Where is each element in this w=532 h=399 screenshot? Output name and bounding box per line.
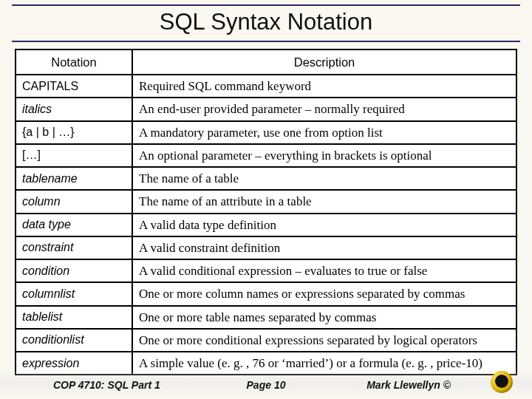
description-cell: A valid conditional expression – evaluat… — [132, 259, 516, 282]
notation-cell: expression — [16, 352, 132, 375]
notation-cell: column — [16, 190, 132, 213]
table-row: conditionlistOne or more conditional exp… — [16, 329, 516, 352]
table-row: tablenameThe name of a table — [16, 167, 516, 190]
notation-cell: tablename — [16, 167, 132, 190]
description-cell: The name of an attribute in a table — [132, 190, 516, 213]
table-row: columnlistOne or more column names or ex… — [16, 282, 516, 305]
notation-table: Notation Description CAPITALSRequired SQ… — [15, 49, 517, 375]
description-cell: An optional parameter – everything in br… — [132, 144, 516, 167]
description-cell: A valid data type definition — [132, 214, 516, 236]
footer-course: COP 4710: SQL Part 1 — [53, 379, 160, 391]
table-row: conditionA valid conditional expression … — [16, 259, 516, 282]
notation-cell: CAPITALS — [16, 75, 132, 98]
logo-icon — [491, 371, 513, 393]
description-cell: A valid constraint definition — [132, 236, 516, 259]
notation-cell: conditionlist — [16, 329, 132, 352]
notation-cell: {a | b | …} — [16, 121, 132, 144]
description-cell: One or more table names separated by com… — [132, 306, 516, 329]
notation-cell: tablelist — [16, 306, 132, 329]
description-cell: One or more column names or expressions … — [132, 282, 516, 305]
notation-cell: data type — [16, 214, 132, 236]
table-row: tablelistOne or more table names separat… — [16, 306, 516, 329]
table-row: {a | b | …}A mandatory parameter, use on… — [16, 121, 516, 144]
notation-cell: italics — [16, 98, 132, 120]
notation-cell: columnlist — [16, 282, 132, 305]
footer-page: Page 10 — [247, 379, 286, 391]
header-description: Description — [132, 50, 516, 75]
table-row: constraintA valid constraint definition — [16, 236, 516, 259]
slide-title: SQL Syntax Notation — [0, 0, 532, 40]
footer-author: Mark Llewellyn © — [366, 379, 451, 391]
table-row: italicsAn end-user provided parameter – … — [16, 98, 516, 120]
description-cell: The name of a table — [132, 167, 516, 190]
description-cell: An end-user provided parameter – normall… — [132, 98, 516, 120]
notation-cell: condition — [16, 259, 132, 282]
header-notation: Notation — [16, 50, 132, 75]
table-row: columnThe name of an attribute in a tabl… — [16, 190, 516, 213]
table-row: expressionA simple value (e. g. , 76 or … — [16, 352, 516, 375]
table-row: CAPITALSRequired SQL command keyword — [16, 75, 516, 98]
description-cell: Required SQL command keyword — [132, 75, 516, 98]
table-row: […]An optional parameter – everything in… — [16, 144, 516, 167]
notation-cell: […] — [16, 144, 132, 167]
notation-cell: constraint — [16, 236, 132, 259]
description-cell: A simple value (e. g. , 76 or ‘married’)… — [132, 352, 516, 375]
table-row: data typeA valid data type definition — [16, 214, 516, 236]
description-cell: One or more conditional expressions sepa… — [132, 329, 516, 352]
description-cell: A mandatory parameter, use one from opti… — [132, 121, 516, 144]
